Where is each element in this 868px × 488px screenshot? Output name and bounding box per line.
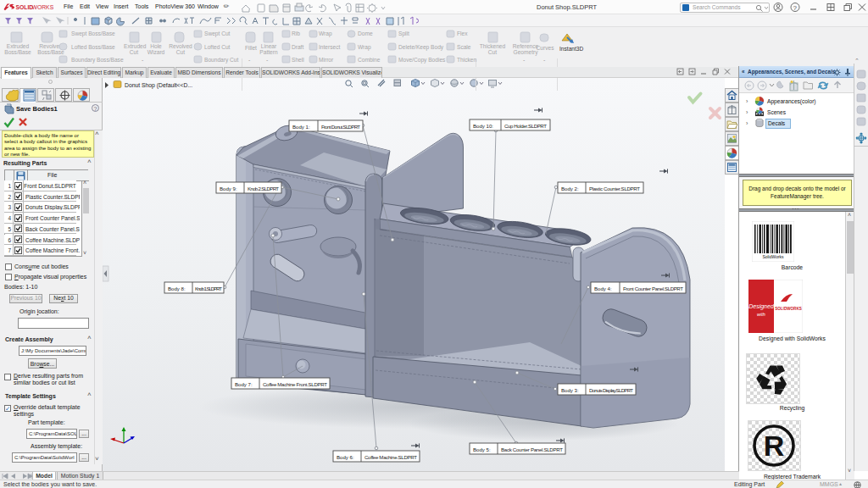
svg-text:Body 1:: Body 1: <box>292 124 310 130</box>
svg-text:?: ? <box>793 4 798 12</box>
svg-text:Donuts Display.SLDPRT: Donuts Display.SLDPRT <box>589 387 633 393</box>
svg-text:Body 8:: Body 8: <box>168 286 186 291</box>
svg-text:Body 5:: Body 5: <box>473 446 491 452</box>
svg-text:Body 4:: Body 4: <box>594 286 612 291</box>
svg-text:Front Counter Panel.SLDPRT: Front Counter Panel.SLDPRT <box>623 286 683 291</box>
svg-text:SOLIDWORKS: SOLIDWORKS <box>775 307 802 311</box>
svg-text:Body 10:: Body 10: <box>473 123 493 129</box>
svg-text:Cup Holder.SLDPRT: Cup Holder.SLDPRT <box>504 123 547 129</box>
svg-text:-: - <box>142 57 144 63</box>
svg-text:Designed: Designed <box>748 303 775 310</box>
svg-text:Knob 1.SLDPRT: Knob 1.SLDPRT <box>195 286 222 291</box>
svg-text:Knob 2.SLDPRT: Knob 2.SLDPRT <box>248 186 279 191</box>
svg-text:-: - <box>266 57 269 63</box>
svg-text:Back Counter Panel.SLDPRT: Back Counter Panel.SLDPRT <box>501 446 563 452</box>
svg-text:Donut Shop (Default<<D...: Donut Shop (Default<<D... <box>125 82 192 89</box>
svg-text:Plastic Counter.SLDPRT: Plastic Counter.SLDPRT <box>589 186 640 191</box>
svg-text:Body 2:: Body 2: <box>561 186 579 191</box>
svg-text:SOLID: SOLID <box>16 4 34 10</box>
svg-text:Front Donut.SLDPRT: Front Donut.SLDPRT <box>321 124 360 130</box>
svg-text:Body 6:: Body 6: <box>337 454 354 460</box>
svg-text:Body 9:: Body 9: <box>220 186 237 191</box>
svg-text:R: R <box>764 430 785 462</box>
svg-text:WORKS: WORKS <box>32 4 54 10</box>
svg-text:SolidWorks: SolidWorks <box>762 254 784 259</box>
svg-text:Body 7:: Body 7: <box>235 381 253 387</box>
svg-text:-: - <box>523 57 526 63</box>
svg-text:with: with <box>757 312 765 317</box>
svg-text:Coffee Machine.SLDPRT: Coffee Machine.SLDPRT <box>364 454 417 460</box>
svg-text:-: - <box>543 57 546 63</box>
svg-text:-: - <box>248 57 251 63</box>
svg-text:Coffee Machine Front.SLDPRT: Coffee Machine Front.SLDPRT <box>263 381 327 387</box>
svg-text:Body 3:: Body 3: <box>561 387 579 393</box>
